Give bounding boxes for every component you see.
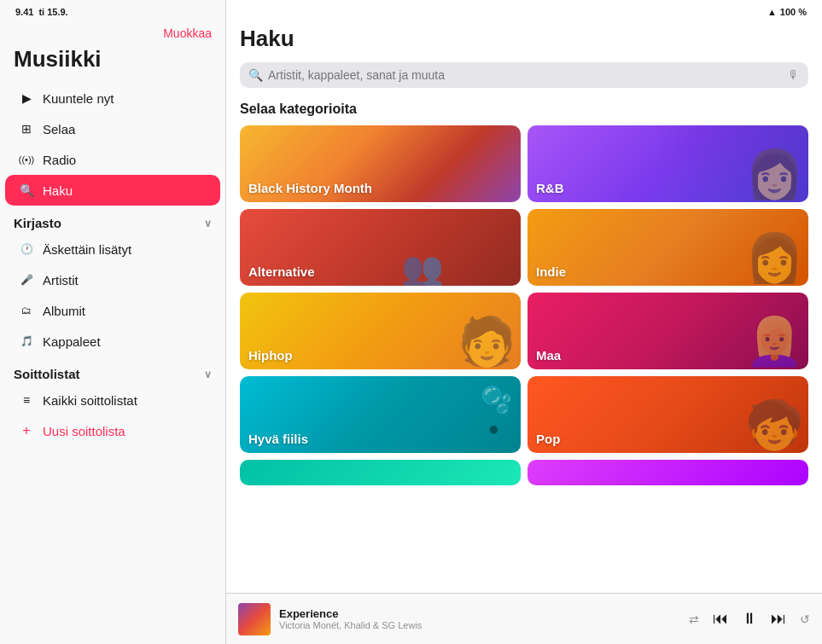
sidebar-item-label-new-playlist: Uusi soittolista [43, 424, 125, 438]
sidebar-item-label-artists: Artistit [43, 273, 79, 287]
sidebar-item-label-listen-now: Kuuntele nyt [43, 91, 114, 106]
sidebar-edit-area: Muokkaa [0, 26, 225, 41]
sidebar-item-label-search: Haku [43, 183, 73, 198]
all-playlists-icon: ≡ [19, 392, 34, 408]
sidebar-nav-item-listen-now[interactable]: ▶ Kuuntele nyt [5, 83, 220, 113]
sidebar-nav-item-browse[interactable]: ⊞ Selaa [5, 113, 220, 144]
next-button[interactable]: ⏭ [771, 610, 786, 628]
sidebar-item-new-playlist[interactable]: + Uusi soittolista [5, 415, 220, 446]
track-info: Experience Victoria Monét, Khalid & SG L… [279, 607, 680, 630]
category-label-hiphop: Hiphop [248, 348, 293, 363]
status-time: 9.41 [15, 7, 33, 17]
category-card-rnb[interactable]: 👩 R&B [528, 125, 808, 202]
sidebar-item-label-recently-added: Äskettäin lisätyt [43, 242, 131, 257]
playlists-chevron-icon: ∨ [204, 368, 212, 380]
repeat-button[interactable]: ↺ [800, 612, 810, 626]
status-date: ti 15.9. [38, 7, 67, 17]
sidebar: Muokkaa Musiikki ▶ Kuuntele nyt ⊞ Selaa … [0, 0, 226, 644]
microphone-icon[interactable]: 🎙 [788, 68, 800, 82]
sidebar-item-artists[interactable]: 🎤 Artistit [5, 264, 220, 295]
library-chevron-icon: ∨ [204, 218, 212, 229]
now-playing-bar[interactable]: Experience Victoria Monét, Khalid & SG L… [226, 593, 822, 644]
category-card-hiphop[interactable]: 🧑 Hiphop [240, 293, 521, 369]
category-card-hyva-fiilis[interactable]: 🫧 ● Hyvä fiilis [240, 376, 521, 453]
search-nav-icon: 🔍 [19, 183, 34, 198]
category-card-black-history[interactable]: Black History Month [240, 125, 521, 202]
albums-icon: 🗂 [19, 303, 34, 318]
battery-label: 100 % [780, 7, 807, 17]
category-label-rnb: R&B [536, 181, 564, 195]
sidebar-title: Musiikki [0, 46, 225, 83]
sidebar-item-label-all-playlists: Kaikki soittolistat [43, 393, 137, 408]
category-card-indie[interactable]: 👩 Indie [528, 209, 808, 286]
search-bar[interactable]: 🔍 🎙 [240, 62, 808, 88]
sidebar-item-all-playlists[interactable]: ≡ Kaikki soittolistat [5, 385, 220, 415]
wifi-icon: ▲ [767, 7, 777, 17]
playlists-section-label: Soittolistat [14, 367, 80, 381]
sidebar-item-label-radio: Radio [43, 153, 76, 167]
sidebar-item-label-albums: Albumit [43, 304, 85, 318]
radio-icon: ((•)) [19, 152, 34, 167]
sidebar-item-albums[interactable]: 🗂 Albumit [5, 295, 220, 326]
library-section-header[interactable]: Kirjasto ∨ [0, 206, 225, 234]
shuffle-button[interactable]: ⇄ [689, 612, 699, 626]
status-bar: 9.41 ti 15.9. ▲ 100 % [0, 7, 822, 17]
player-controls: ⇄ ⏮ ⏸ ⏭ ↺ [689, 610, 810, 628]
listen-now-icon: ▶ [19, 90, 34, 106]
play-pause-button[interactable]: ⏸ [742, 610, 757, 628]
sidebar-item-label-browse: Selaa [43, 122, 75, 136]
status-bar-left: 9.41 ti 15.9. [15, 7, 68, 17]
search-input[interactable] [268, 68, 783, 82]
new-playlist-icon: + [19, 423, 34, 438]
artists-icon: 🎤 [19, 272, 34, 287]
track-artist: Victoria Monét, Khalid & SG Lewis [279, 620, 680, 630]
edit-button[interactable]: Muokkaa [163, 26, 212, 40]
page-title: Haku [240, 26, 808, 52]
category-card-maa[interactable]: 👱‍♀️ Maa [528, 293, 808, 369]
playlists-section-header[interactable]: Soittolistat ∨ [0, 357, 225, 385]
track-title: Experience [279, 607, 680, 620]
prev-button[interactable]: ⏮ [713, 610, 728, 628]
category-label-black-history: Black History Month [248, 181, 372, 195]
category-card-alternative[interactable]: 👥 Alternative [240, 209, 521, 286]
category-label-alternative: Alternative [248, 264, 315, 279]
categories-section-label: Selaa kategorioita [240, 102, 808, 117]
category-label-indie: Indie [536, 264, 566, 279]
sidebar-item-songs[interactable]: 🎵 Kappaleet [5, 326, 220, 357]
category-label-maa: Maa [536, 348, 561, 363]
sidebar-item-recently-added[interactable]: 🕐 Äskettäin lisätyt [5, 234, 220, 264]
main-content: Haku 🔍 🎙 Selaa kategorioita Black Histor… [226, 0, 822, 593]
recently-added-icon: 🕐 [19, 241, 34, 257]
library-section-label: Kirjasto [14, 216, 61, 230]
album-art [238, 603, 271, 635]
categories-grid: Black History Month 👩 R&B 👥 Alternative … [240, 125, 808, 453]
category-label-hyva-fiilis: Hyvä fiilis [248, 432, 308, 446]
songs-icon: 🎵 [19, 334, 34, 349]
category-label-pop: Pop [536, 432, 560, 446]
browse-icon: ⊞ [19, 121, 34, 136]
sidebar-nav-item-search[interactable]: 🔍 Haku [5, 175, 220, 206]
status-bar-right: ▲ 100 % [767, 7, 807, 17]
search-icon: 🔍 [248, 68, 263, 82]
sidebar-item-label-songs: Kappaleet [43, 334, 101, 349]
sidebar-nav-item-radio[interactable]: ((•)) Radio [5, 144, 220, 175]
category-card-pop[interactable]: 🧒 Pop [528, 376, 808, 453]
device-frame: 9.41 ti 15.9. ▲ 100 % Etsi Apple Musicis… [0, 0, 822, 644]
